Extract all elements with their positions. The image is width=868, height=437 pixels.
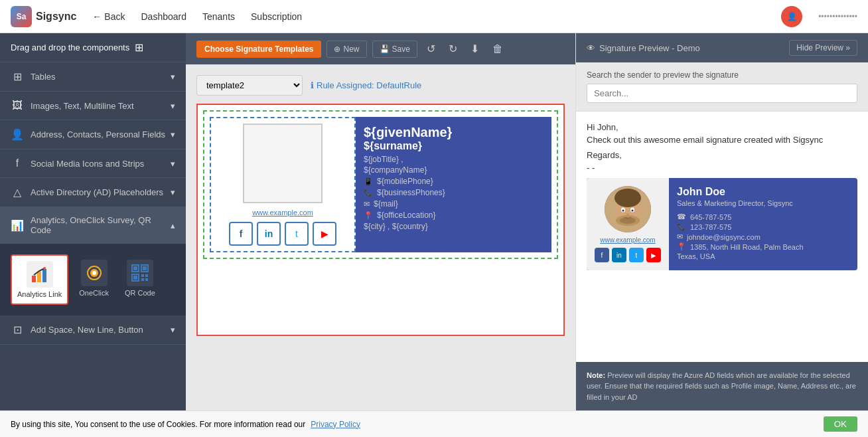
back-button[interactable]: ← Back <box>92 11 125 22</box>
location-val: Texas, USA <box>677 252 715 260</box>
preview-sig-name: John Doe <box>677 186 849 198</box>
preview-search-area: Search the sender to preview the signatu… <box>576 62 868 112</box>
twitter-icon: t <box>295 228 298 239</box>
sig-outer: www.example.com f in t <box>203 110 558 259</box>
privacy-policy-link[interactable]: Privacy Policy <box>311 420 360 429</box>
svg-rect-13 <box>141 274 144 277</box>
choose-template-button[interactable]: Choose Signature Templates <box>196 41 321 58</box>
sig-social-icons: f in t ▶ <box>229 222 336 246</box>
preview-sig-left: www.example.com f in t ▶ <box>587 178 669 270</box>
preview-tw-icon: t <box>629 248 644 262</box>
subscription-link[interactable]: Subscription <box>251 11 302 22</box>
sidebar-item-address[interactable]: 👤 Address, Contacts, Personal Fields ▾ <box>0 120 186 149</box>
sub-item-qrcode[interactable]: QR Code <box>119 254 161 305</box>
svg-point-24 <box>632 210 634 212</box>
sidebar-item-tables[interactable]: ⊞ Tables ▾ <box>0 62 186 92</box>
back-label: Back <box>104 11 125 22</box>
sig-business-phone: 📞 ${businessPhones} <box>364 188 543 197</box>
preview-search-input[interactable] <box>587 84 857 103</box>
template-select[interactable]: template2 template1 template3 <box>196 75 303 96</box>
preview-location: Texas, USA <box>677 252 849 260</box>
preview-panel: 👁 Signature Preview - Demo Hide Preview … <box>576 33 868 437</box>
save-button[interactable]: 💾 Save <box>372 41 417 58</box>
phone-icon: 📞 <box>364 189 373 197</box>
phone2-val: 123-787-575 <box>690 223 731 231</box>
center-panel: Choose Signature Templates ⊕ New 💾 Save … <box>186 33 576 437</box>
delete-button[interactable]: 🗑 <box>488 41 507 58</box>
sub-item-analytics-link[interactable]: Analytics Link <box>11 254 68 305</box>
sidebar-item-social[interactable]: f Social Media Icons and Strips ▾ <box>0 149 186 178</box>
svg-rect-1 <box>37 272 41 282</box>
images-icon: 🖼 <box>11 100 24 112</box>
note-box: Note: Preview will display the Azure AD … <box>576 362 868 411</box>
preview-yt-icon: ▶ <box>646 248 661 262</box>
phone1-val: 645-787-575 <box>690 213 731 221</box>
sub-item-oneclick[interactable]: OneClick <box>74 254 114 305</box>
oneclick-label: OneClick <box>79 289 109 297</box>
user-avatar[interactable]: 👤 <box>781 6 802 27</box>
sig-office: 📍 ${officeLocation} <box>364 211 543 220</box>
sidebar-header-label: Drag and drop the components <box>11 43 129 52</box>
qrcode-icon <box>127 260 153 286</box>
signature-canvas: www.example.com f in t <box>196 104 565 336</box>
analytics-icon: 📊 <box>11 219 24 232</box>
svg-rect-16 <box>145 278 148 281</box>
oneclick-icon <box>81 260 108 286</box>
dashboard-link[interactable]: Dashboard <box>141 11 186 22</box>
toolbar: Choose Signature Templates ⊕ New 💾 Save … <box>186 33 575 64</box>
cookie-ok-button[interactable]: OK <box>824 416 857 432</box>
save-icon: 💾 <box>380 44 390 54</box>
cookie-bar: By using this site, You consent to the u… <box>0 410 868 437</box>
hide-preview-button[interactable]: Hide Preview » <box>789 40 857 56</box>
address-icon: 📍 <box>677 242 686 251</box>
save-label: Save <box>392 44 410 54</box>
new-button[interactable]: ⊕ New <box>326 41 366 58</box>
sidebar-item-ad[interactable]: △ Active Directory (AD) Placeholders ▾ <box>0 178 186 207</box>
sidebar-item-analytics[interactable]: 📊 Analytics, OneClick Survey, QR Code ▴ <box>0 207 186 244</box>
addspace-icon: ⊡ <box>11 323 24 336</box>
sig-mail-val: ${mail} <box>374 199 398 209</box>
sig-company: ${companyName} <box>364 165 543 175</box>
redo-button[interactable]: ↻ <box>445 40 461 58</box>
sidebar-item-images[interactable]: 🖼 Images, Text, Multiline Text ▾ <box>0 92 186 120</box>
svg-point-26 <box>620 217 636 224</box>
sidebar: Drag and drop the components ⊞ ⊞ Tables … <box>0 33 186 437</box>
chevron-down-icon: ▾ <box>171 101 175 111</box>
preview-sig-right: John Doe Sales & Marketing Director, Sig… <box>669 178 857 270</box>
sig-right: ${givenName} ${surname} ${jobTitle} , ${… <box>356 117 551 252</box>
preview-content: Hi John, Check out this awesome email si… <box>576 112 868 362</box>
chevron-down-icon: ▾ <box>171 325 175 335</box>
preview-header: 👁 Signature Preview - Demo Hide Preview … <box>576 33 868 62</box>
preview-separator: - - <box>587 163 857 173</box>
rule-label: Rule Assigned: DefaultRule <box>317 80 421 90</box>
main-layout: Drag and drop the components ⊞ ⊞ Tables … <box>0 33 868 437</box>
tenants-link[interactable]: Tenants <box>202 11 235 22</box>
preview-search-label: Search the sender to preview the signatu… <box>587 70 857 80</box>
preview-sig-title: Sales & Marketing Director, Sigsync <box>677 199 849 207</box>
svg-rect-10 <box>143 266 147 270</box>
undo-button[interactable]: ↺ <box>423 40 439 58</box>
images-label: Images, Text, Multiline Text <box>31 101 134 111</box>
phone2-icon: 📞 <box>677 222 686 231</box>
analytics-label: Analytics, OneClick Survey, QR Code <box>31 215 171 235</box>
tables-label: Tables <box>31 72 56 82</box>
email-val: johndoe@sigsync.com <box>687 233 760 241</box>
svg-rect-12 <box>133 276 137 280</box>
preview-sig-url: www.example.com <box>600 236 655 244</box>
preview-email: ✉ johndoe@sigsync.com <box>677 232 849 241</box>
sidebar-item-addspace[interactable]: ⊡ Add Space, New Line, Button ▾ <box>0 315 186 345</box>
preview-header-label: Signature Preview - Demo <box>599 43 700 53</box>
note-body: Preview will display the Azure AD fields… <box>587 371 856 401</box>
grid-icon: ⊞ <box>135 41 143 54</box>
analytics-link-label: Analytics Link <box>17 290 62 298</box>
address-val: 1385, North Hill Road, Palm Beach <box>690 243 804 251</box>
linkedin-icon: in <box>265 228 273 239</box>
download-button[interactable]: ⬇ <box>467 40 483 58</box>
facebook-icon-box: f <box>229 222 253 246</box>
svg-rect-14 <box>145 274 148 277</box>
new-icon: ⊕ <box>334 44 340 54</box>
ad-label: Active Directory (AD) Placeholders <box>31 187 163 197</box>
rule-badge: ℹ Rule Assigned: DefaultRule <box>311 80 421 90</box>
cookie-text: By using this site, You consent to the u… <box>11 420 305 429</box>
svg-point-6 <box>92 271 96 275</box>
